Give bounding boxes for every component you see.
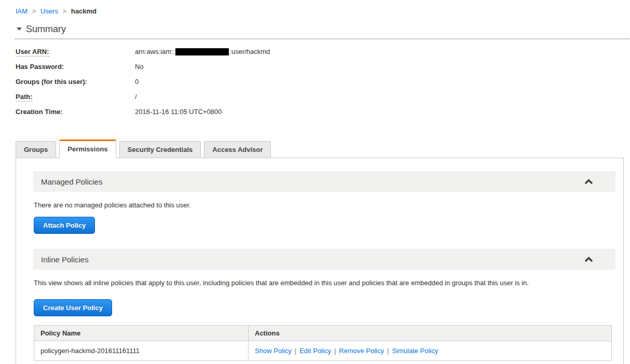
field-row-path: Path: / — [16, 93, 630, 101]
managed-policies-title: Managed Policies — [41, 177, 102, 186]
action-separator: | — [334, 347, 336, 355]
chevron-up-icon[interactable] — [584, 257, 593, 262]
user-arn-label[interactable]: User ARN: — [16, 48, 135, 55]
inline-policies-section: Inline Policies This view shows all inli… — [33, 249, 615, 361]
inline-policies-header[interactable]: Inline Policies — [33, 249, 615, 270]
groups-label: Groups (for this user): — [16, 78, 135, 86]
table-row: policygen-hackmd-201611161111 Show Polic… — [34, 341, 612, 361]
inline-policies-description: This view shows all inline policies that… — [34, 279, 615, 287]
chevron-up-icon[interactable] — [584, 179, 593, 185]
summary-title: Summary — [26, 24, 66, 34]
tab-security-credentials[interactable]: Security Credentials — [119, 141, 201, 158]
summary-fields: User ARN: arn:aws:iam:::user/hackmd Has … — [16, 48, 630, 116]
breadcrumb-users-link[interactable]: Users — [40, 7, 58, 15]
groups-value: 0 — [135, 78, 139, 86]
tab-permissions[interactable]: Permissions — [59, 139, 116, 158]
breadcrumb-current-user: hackmd — [71, 7, 97, 15]
triangle-down-icon — [17, 27, 22, 31]
path-value: / — [135, 93, 137, 101]
table-header-row: Policy Name Actions — [34, 326, 612, 341]
inline-policies-body: This view shows all inline policies that… — [33, 270, 615, 361]
summary-collapse-toggle[interactable]: Summary — [16, 24, 630, 35]
redacted-account-id — [175, 48, 229, 55]
inline-policies-table: Policy Name Actions policygen-hackmd-201… — [34, 325, 612, 361]
managed-policies-empty-message: There are no managed policies attached t… — [34, 201, 615, 209]
tab-groups[interactable]: Groups — [16, 141, 56, 158]
attach-policy-button[interactable]: Attach Policy — [34, 217, 95, 234]
breadcrumb-separator: > — [32, 7, 36, 15]
field-row-has-password: Has Password: No — [16, 63, 630, 71]
breadcrumb-separator: > — [63, 7, 67, 15]
user-arn-value: arn:aws:iam:::user/hackmd — [135, 48, 270, 55]
policy-actions-cell: Show Policy|Edit Policy|Remove Policy|Si… — [249, 341, 612, 361]
show-policy-link[interactable]: Show Policy — [255, 347, 292, 355]
field-row-groups: Groups (for this user): 0 — [16, 78, 630, 86]
actions-column-header: Actions — [249, 326, 612, 341]
breadcrumb: IAM > Users > hackmd — [16, 7, 630, 15]
creation-time-label: Creation Time: — [16, 108, 135, 116]
iam-user-detail-page: IAM > Users > hackmd Summary User ARN: a… — [0, 7, 630, 364]
tab-bar: Groups Permissions Security Credentials … — [16, 139, 630, 158]
creation-time-value: 2016-11-16 11:05 UTC+0800 — [135, 108, 222, 116]
breadcrumb-iam-link[interactable]: IAM — [16, 7, 28, 15]
managed-policies-header[interactable]: Managed Policies — [33, 171, 615, 192]
action-separator: | — [387, 347, 389, 355]
policy-name-cell: policygen-hackmd-201611161111 — [34, 341, 249, 361]
simulate-policy-link[interactable]: Simulate Policy — [392, 347, 438, 355]
create-user-policy-button[interactable]: Create User Policy — [34, 299, 112, 316]
remove-policy-link[interactable]: Remove Policy — [339, 347, 384, 355]
policy-name-column-header: Policy Name — [34, 326, 249, 341]
tab-access-advisor[interactable]: Access Advisor — [204, 141, 271, 158]
edit-policy-link[interactable]: Edit Policy — [299, 347, 331, 355]
path-label[interactable]: Path: — [16, 93, 135, 101]
action-separator: | — [295, 347, 296, 355]
summary-divider — [15, 38, 629, 39]
field-row-creation-time: Creation Time: 2016-11-16 11:05 UTC+0800 — [16, 108, 630, 116]
has-password-label: Has Password: — [16, 63, 135, 71]
permissions-tab-panel: Managed Policies There are no managed po… — [16, 158, 624, 364]
field-row-user-arn: User ARN: arn:aws:iam:::user/hackmd — [16, 48, 630, 55]
has-password-value: No — [135, 63, 144, 71]
inline-policies-title: Inline Policies — [41, 255, 89, 264]
managed-policies-section: Managed Policies There are no managed po… — [33, 171, 615, 249]
managed-policies-body: There are no managed policies attached t… — [33, 192, 615, 249]
